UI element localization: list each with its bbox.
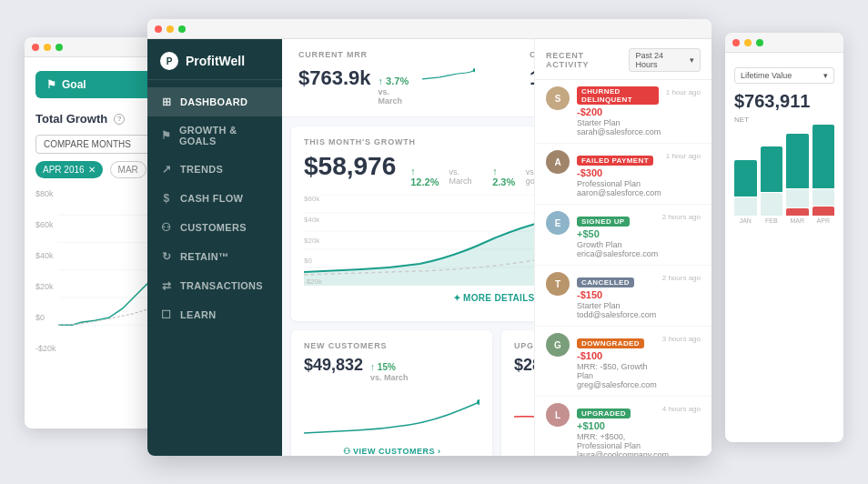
activity-list-item: T Cancelled -$150 Starter Plan todd@sale… — [535, 266, 712, 327]
sidebar-item-trends[interactable]: ↗ Trends — [147, 155, 282, 184]
dashboard-icon: ⊞ — [160, 96, 173, 108]
activity-time: 1 hour ago — [666, 152, 701, 160]
activity-list-item: G Downgraded -$100 MRR: -$50, Growth Pla… — [535, 327, 712, 397]
activity-body: Downgraded -$100 MRR: -$50, Growth Plan … — [577, 333, 655, 389]
activity-amount: +$50 — [577, 228, 655, 239]
sidebar-item-transactions[interactable]: ⇄ Transactions — [147, 271, 282, 300]
activity-list-item: E Signed Up +$50 Growth Plan erica@sales… — [535, 205, 712, 266]
sidebar-item-dashboard[interactable]: ⊞ Dashboard — [147, 87, 282, 116]
right-bar-chart: JANFEBMARAPR — [734, 133, 834, 224]
activity-plan: Professional Plan — [577, 179, 659, 188]
sidebar-item-cashflow[interactable]: $ Cash Flow — [147, 184, 282, 213]
svg-point-13 — [477, 399, 479, 405]
activity-time: 1 hour ago — [666, 88, 701, 96]
compare-months-button[interactable]: COMPARE MONTHS — [35, 135, 159, 154]
activity-email: laura@coolcompany.com — [577, 450, 655, 456]
bar-segment — [812, 207, 835, 216]
activity-filter-dropdown[interactable]: Past 24 Hours ▾ — [629, 48, 701, 72]
bar-label: FEB — [765, 217, 778, 224]
sidebar-item-growth[interactable]: ⚑ Growth & Goals — [147, 116, 282, 155]
info-icon: ? — [114, 114, 125, 125]
activity-time: 2 hours ago — [662, 213, 701, 221]
activity-body: Cancelled -$150 Starter Plan todd@salesf… — [577, 272, 655, 319]
growth-value: $58,976 — [304, 152, 396, 181]
activity-header: Recent Activity Past 24 Hours ▾ — [535, 39, 712, 80]
minimize-dot — [44, 44, 51, 51]
right-panel-value: $763,911 — [734, 91, 834, 112]
activity-body: Failed Payment -$300 Professional Plan a… — [577, 150, 659, 197]
activity-amount: +$100 — [577, 420, 655, 431]
activity-email: todd@salesforce.com — [577, 310, 655, 319]
mrr-change: ↑ 3.7% — [378, 76, 415, 86]
activity-plan: MRR: -$50, Growth Plan — [577, 362, 655, 380]
bar-group: FEB — [761, 146, 783, 224]
bar-stack — [786, 134, 809, 216]
goal-badge: ⚑ Goal — [35, 71, 159, 98]
minimize-dot-main — [167, 25, 174, 33]
activity-time: 2 hours ago — [662, 274, 701, 282]
new-customers-chart — [304, 389, 479, 439]
activity-amount: -$150 — [577, 289, 655, 300]
activity-list-item: A Failed Payment -$300 Professional Plan… — [535, 144, 712, 205]
learn-icon: ☐ — [160, 308, 173, 321]
logo-icon: P — [160, 52, 178, 70]
growth-icon: ⚑ — [160, 129, 172, 142]
activity-list-item: L Upgraded +$100 MRR: +$500, Professiona… — [535, 397, 712, 456]
lifetime-value-dropdown[interactable]: Lifetime Value ▾ — [734, 67, 834, 84]
back-chart-svg — [58, 189, 159, 355]
new-customers-value: $49,832 ↑ 15% vs. March — [304, 356, 479, 382]
customers-icon: ⚇ — [160, 221, 173, 234]
trends-icon: ↗ — [160, 163, 173, 176]
avatar: A — [546, 150, 570, 174]
avatar: T — [546, 272, 570, 296]
retain-icon: ↻ — [160, 250, 173, 263]
activity-title: Recent Activity — [546, 51, 629, 69]
total-growth-label: Total Growth ? — [35, 112, 159, 126]
apr-tag: APR 2016 ✕ — [35, 161, 103, 178]
sidebar-nav: ⊞ Dashboard ⚑ Growth & Goals ↗ Trends $ … — [147, 80, 282, 456]
bar-stack — [734, 160, 757, 216]
bar-segment — [734, 197, 757, 216]
avatar: S — [546, 86, 570, 110]
bar-group: JAN — [734, 160, 757, 224]
right-panel-content: Lifetime Value ▾ $763,911 NET JANFEBMARA… — [725, 53, 843, 233]
close-dot-main — [155, 25, 162, 33]
activity-time: 3 hours ago — [662, 335, 701, 343]
chevron-down-icon: ▾ — [690, 55, 694, 65]
maximize-dot — [56, 44, 63, 51]
activity-amount: -$100 — [577, 350, 655, 361]
cashflow-icon: $ — [160, 192, 173, 205]
minimize-dot-right — [744, 39, 752, 46]
transactions-icon: ⇄ — [160, 279, 173, 292]
growth-yaxis: $60k $40k $20k $0 -$20k — [304, 195, 322, 286]
view-customers-new[interactable]: ⚇ VIEW CUSTOMERS › — [304, 447, 479, 456]
bar-label: APR — [817, 217, 830, 224]
sidebar-logo: P ProfitWell — [147, 39, 282, 80]
sidebar: P ProfitWell ⊞ Dashboard ⚑ Growth & Goal… — [147, 39, 282, 456]
activity-badge: Upgraded — [577, 408, 631, 418]
new-customers-label: New Customers — [304, 341, 479, 350]
back-chart: $80k $60k $40k $20k $0 -$20k — [35, 189, 159, 353]
bar-stack — [812, 125, 835, 216]
sidebar-item-customers[interactable]: ⚇ Customers — [147, 213, 282, 242]
back-chart-yaxis: $80k $60k $40k $20k $0 -$20k — [35, 189, 56, 353]
activity-body: Upgraded +$100 MRR: +$500, Professional … — [577, 403, 655, 456]
titlebar-main — [147, 19, 712, 39]
activity-badge: Failed Payment — [577, 156, 653, 166]
activity-email: erica@salesforce.com — [577, 249, 655, 258]
sidebar-item-retain[interactable]: ↻ Retain™ — [147, 242, 282, 271]
bar-group: APR — [812, 125, 835, 224]
bar-segment — [812, 125, 835, 188]
bar-label: JAN — [740, 217, 752, 224]
right-panel-net: NET — [734, 116, 834, 124]
activity-time: 4 hours ago — [662, 405, 701, 413]
activity-list: S Churned Delinquent -$200 Starter Plan … — [535, 80, 712, 456]
svg-point-5 — [473, 68, 475, 73]
growth-change1: ↑ 12.2% vs. March — [410, 166, 481, 187]
bar-segment — [761, 193, 783, 216]
bar-segment — [786, 208, 809, 216]
sidebar-item-learn[interactable]: ☐ Learn — [147, 300, 282, 329]
activity-email: aaron@salesforce.com — [577, 188, 659, 197]
mrr-label: Current MRR — [298, 50, 475, 59]
flag-icon: ⚑ — [46, 78, 56, 91]
